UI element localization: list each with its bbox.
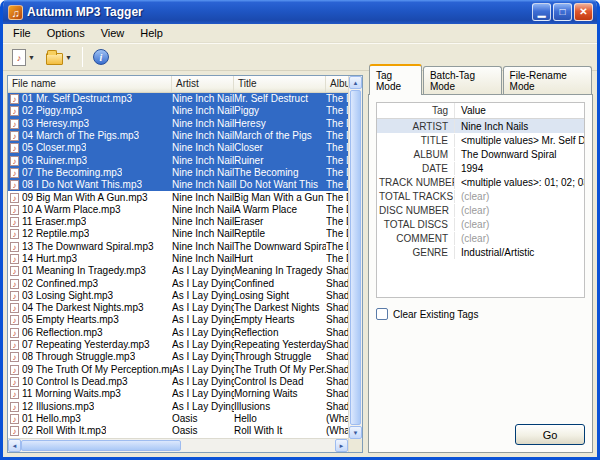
tag-row[interactable]: DATE1994 <box>377 161 584 175</box>
new-file-icon: ♪ <box>12 49 26 66</box>
file-row[interactable]: ♪02 Roll With It.mp3OasisRoll With It(Wh… <box>8 425 348 437</box>
file-row[interactable]: ♪09 Big Man With A Gun.mp3Nine Inch Nail… <box>8 191 348 203</box>
clear-existing-tags-option[interactable]: Clear Existing Tags <box>376 308 585 320</box>
file-row[interactable]: ♪05 Closer.mp3Nine Inch NailsCloserThe D… <box>8 142 348 154</box>
file-row[interactable]: ♪14 Hurt.mp3Nine Inch NailsHurtThe Dow <box>8 253 348 265</box>
file-row[interactable]: ♪04 March of The Pigs.mp3Nine Inch Nails… <box>8 130 348 142</box>
artist-cell: As I Lay Dying <box>172 339 234 351</box>
album-cell: The Dow <box>326 105 348 117</box>
toolbar-separator <box>82 47 83 67</box>
file-row[interactable]: ♪01 Meaning In Tragedy.mp3As I Lay Dying… <box>8 265 348 277</box>
file-row[interactable]: ♪12 Illusions.mp3As I Lay DyingIllusions… <box>8 400 348 412</box>
file-name-cell: ♪06 Ruiner.mp3 <box>8 155 172 167</box>
menu-view[interactable]: View <box>93 25 133 41</box>
tag-row[interactable]: TITLE<multiple values> Mr. Self Destru..… <box>377 133 584 147</box>
go-button-row: Go <box>376 424 585 445</box>
file-name-cell: ♪05 Closer.mp3 <box>8 142 172 154</box>
menu-options[interactable]: Options <box>39 25 93 41</box>
music-file-icon: ♪ <box>10 340 19 350</box>
tag-name-cell: DISC NUMBER <box>377 204 455 217</box>
column-header-artist[interactable]: Artist <box>172 76 234 92</box>
column-header-file-name[interactable]: File name <box>8 76 172 92</box>
file-row[interactable]: ♪13 The Downward Spiral.mp3Nine Inch Nai… <box>8 241 348 253</box>
file-row[interactable]: ♪01 Hello.mp3OasisHello(What' <box>8 413 348 425</box>
tag-grid-body: ARTISTNine Inch NailsTITLE<multiple valu… <box>377 119 584 259</box>
music-file-icon: ♪ <box>10 291 19 301</box>
file-row[interactable]: ♪07 Repeating Yesterday.mp3As I Lay Dyin… <box>8 339 348 351</box>
file-row[interactable]: ♪11 Eraser.mp3Nine Inch NailsEraserThe D… <box>8 216 348 228</box>
title-cell: Confined <box>234 278 326 290</box>
maximize-button[interactable]: □ <box>553 3 572 21</box>
artist-cell: Oasis <box>172 425 234 437</box>
scroll-right-icon[interactable]: ► <box>335 439 348 452</box>
artist-cell: Nine Inch Nails <box>172 93 234 105</box>
tab-file-rename-mode[interactable]: File-Rename Mode <box>503 66 592 95</box>
add-files-button[interactable]: ♪ ▼ <box>8 46 39 69</box>
album-cell: (What' <box>326 425 348 437</box>
tag-row[interactable]: ARTISTNine Inch Nails <box>377 119 584 133</box>
minimize-button[interactable]: ▁ <box>532 3 551 21</box>
file-name-text: 03 Heresy.mp3 <box>22 118 89 130</box>
horizontal-scroll-track[interactable] <box>181 439 335 452</box>
about-button[interactable]: i <box>89 46 113 68</box>
music-file-icon: ♪ <box>10 303 19 313</box>
close-button[interactable]: ✕ <box>574 3 593 21</box>
file-name-cell: ♪14 Hurt.mp3 <box>8 253 172 265</box>
file-row[interactable]: ♪01 Mr. Self Destruct.mp3Nine Inch Nails… <box>8 93 348 105</box>
tag-row[interactable]: TRACK NUMBER<multiple values>: 01; 02; 0… <box>377 175 584 189</box>
file-row[interactable]: ♪10 Control Is Dead.mp3As I Lay DyingCon… <box>8 376 348 388</box>
scroll-up-icon[interactable]: ▲ <box>349 76 362 89</box>
tag-row[interactable]: TOTAL TRACKS(clear) <box>377 189 584 203</box>
music-file-icon: ♪ <box>10 389 19 399</box>
artist-cell: Nine Inch Nails <box>172 130 234 142</box>
menu-file[interactable]: File <box>5 25 39 41</box>
tag-row[interactable]: TOTAL DISCS(clear) <box>377 217 584 231</box>
file-name-text: 10 Control Is Dead.mp3 <box>22 376 128 388</box>
vertical-scrollbar[interactable]: ▲ ▼ <box>348 76 362 452</box>
file-name-text: 07 Repeating Yesterday.mp3 <box>22 339 150 351</box>
artist-cell: As I Lay Dying <box>172 401 234 413</box>
tag-row[interactable]: COMMENT(clear) <box>377 231 584 245</box>
file-row[interactable]: ♪03 Losing Sight.mp3As I Lay DyingLosing… <box>8 290 348 302</box>
file-name-cell: ♪02 Roll With It.mp3 <box>8 425 172 437</box>
go-button[interactable]: Go <box>515 424 585 445</box>
scroll-left-icon[interactable]: ◄ <box>8 439 21 452</box>
file-row[interactable]: ♪05 Empty Hearts.mp3As I Lay DyingEmpty … <box>8 314 348 326</box>
title-cell: Piggy <box>234 105 326 117</box>
file-row[interactable]: ♪02 Piggy.mp3Nine Inch NailsPiggyThe Dow <box>8 105 348 117</box>
file-row[interactable]: ♪07 The Becoming.mp3Nine Inch NailsThe B… <box>8 167 348 179</box>
music-file-icon: ♪ <box>10 352 19 362</box>
menu-help[interactable]: Help <box>132 25 171 41</box>
file-row[interactable]: ♪03 Heresy.mp3Nine Inch NailsHeresyThe D… <box>8 118 348 130</box>
file-row[interactable]: ♪06 Reflection.mp3As I Lay DyingReflecti… <box>8 327 348 339</box>
file-row[interactable]: ♪09 The Truth Of My Perception.mp3As I L… <box>8 364 348 376</box>
file-name-text: 10 A Warm Place.mp3 <box>22 204 121 216</box>
column-header-title[interactable]: Title <box>234 76 326 92</box>
horizontal-scroll-thumb[interactable] <box>21 440 181 451</box>
tab-batch-tag-mode[interactable]: Batch-Tag Mode <box>423 66 502 95</box>
file-row[interactable]: ♪02 Confined.mp3As I Lay DyingConfinedSh… <box>8 277 348 289</box>
tag-row[interactable]: ALBUMThe Downward Spiral <box>377 147 584 161</box>
file-row[interactable]: ♪06 Ruiner.mp3Nine Inch NailsRuinerThe D… <box>8 154 348 166</box>
file-row[interactable]: ♪12 Reptile.mp3Nine Inch NailsReptileThe… <box>8 228 348 240</box>
scroll-down-icon[interactable]: ▼ <box>349 426 362 439</box>
tag-row[interactable]: DISC NUMBER(clear) <box>377 203 584 217</box>
file-row[interactable]: ♪08 I Do Not Want This.mp3Nine Inch Nail… <box>8 179 348 191</box>
file-row[interactable]: ♪08 Through Struggle.mp3As I Lay DyingTh… <box>8 351 348 363</box>
file-row[interactable]: ♪04 The Darkest Nights.mp3As I Lay Dying… <box>8 302 348 314</box>
file-row[interactable]: ♪10 A Warm Place.mp3Nine Inch NailsA War… <box>8 204 348 216</box>
vertical-scroll-thumb[interactable] <box>350 90 361 425</box>
title-cell: Heresy <box>234 118 326 130</box>
clear-existing-tags-checkbox[interactable] <box>376 308 388 320</box>
column-header-album[interactable]: Album <box>326 76 348 92</box>
file-name-text: 08 I Do Not Want This.mp3 <box>22 179 142 191</box>
artist-cell: As I Lay Dying <box>172 364 234 376</box>
tab-tag-mode[interactable]: Tag Mode <box>369 64 422 95</box>
file-name-cell: ♪12 Reptile.mp3 <box>8 228 172 240</box>
horizontal-scrollbar[interactable]: ◄ ► <box>8 438 348 452</box>
music-file-icon: ♪ <box>10 242 19 252</box>
tag-row[interactable]: GENREIndustrial/Artistic <box>377 245 584 259</box>
open-folder-button[interactable]: ▼ <box>42 46 76 68</box>
file-row[interactable]: ♪11 Morning Waits.mp3As I Lay DyingMorni… <box>8 388 348 400</box>
tag-value-cell: 1994 <box>455 162 584 175</box>
